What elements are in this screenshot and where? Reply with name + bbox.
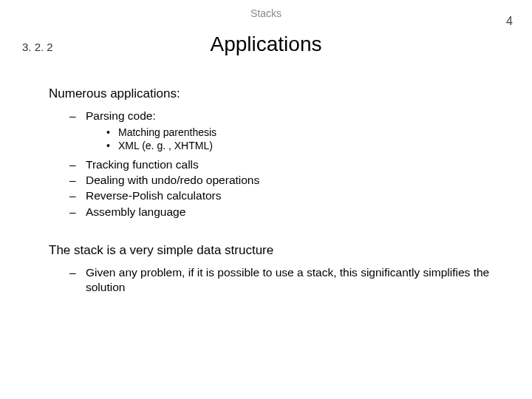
list-2: Given any problem, if it is possible to … bbox=[49, 265, 492, 294]
slide-title: Applications bbox=[56, 33, 476, 56]
topic-header: Stacks bbox=[18, 7, 514, 19]
item-label: Parsing code: bbox=[86, 109, 156, 122]
slide: Stacks 4 3. 2. 2 Applications Numerous a… bbox=[0, 0, 532, 399]
item-label: Reverse-Polish calculators bbox=[86, 189, 222, 202]
slide-body: Numerous applications: Parsing code: Mat… bbox=[18, 86, 514, 294]
item-label: Matching parenthesis bbox=[118, 126, 216, 138]
item-label: Tracking function calls bbox=[86, 158, 199, 171]
item-label: Dealing with undo/redo operations bbox=[86, 174, 259, 186]
list-item: XML (e. g. , XHTML) bbox=[106, 140, 492, 153]
list-item: Tracking function calls bbox=[69, 157, 492, 171]
lead-text-1: Numerous applications: bbox=[49, 86, 492, 101]
list-item: Matching parenthesis bbox=[106, 126, 492, 140]
item-label: XML (e. g. , XHTML) bbox=[118, 140, 213, 151]
item-label: Assembly language bbox=[86, 205, 185, 218]
heading-row: 3. 2. 2 Applications bbox=[18, 33, 514, 56]
lead-text-2: The stack is a very simple data structur… bbox=[49, 242, 492, 258]
list-item: Dealing with undo/redo operations bbox=[69, 173, 492, 187]
section-number: 3. 2. 2 bbox=[22, 41, 56, 53]
list-item: Assembly language bbox=[69, 205, 492, 219]
list-item: Given any problem, if it is possible to … bbox=[69, 265, 492, 294]
list-1: Parsing code: Matching parenthesis XML (… bbox=[49, 109, 492, 219]
item-label: Given any problem, if it is possible to … bbox=[86, 266, 489, 293]
sublist: Matching parenthesis XML (e. g. , XHTML) bbox=[86, 126, 492, 153]
list-item: Reverse-Polish calculators bbox=[69, 188, 492, 202]
page-number: 4 bbox=[506, 15, 513, 28]
list-item: Parsing code: Matching parenthesis XML (… bbox=[69, 109, 492, 152]
